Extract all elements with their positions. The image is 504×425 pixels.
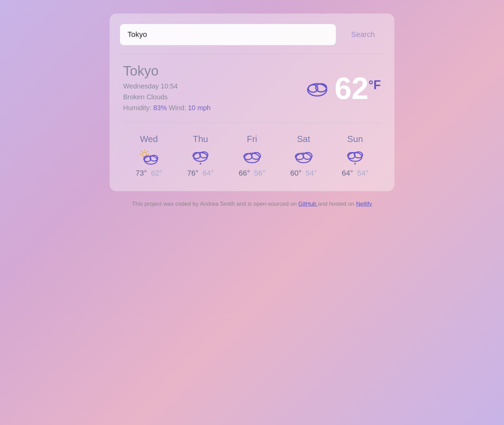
city-name: Tokyo (123, 63, 211, 79)
netlify-link[interactable]: Netlify (356, 201, 372, 207)
humidity-label: Humidity: (123, 104, 151, 112)
sun-high: 64° (342, 169, 353, 177)
forecast-day-sat: Sat 60° 54° (282, 134, 326, 178)
forecast-day-fri: Fri 66° 56° (230, 134, 274, 178)
thu-temps: 76° 64° (187, 169, 214, 178)
search-button[interactable]: Search (342, 24, 384, 45)
cloud-rain-icon-sun (345, 147, 365, 166)
cloud-rain-icon-thu (190, 147, 211, 166)
footer-text-before: This project was coded by Andrea Smith a… (132, 201, 298, 207)
current-temp: 62 °F (335, 73, 381, 104)
forecast-day-wed: Wed (127, 134, 171, 178)
wed-temps: 73° 62° (136, 169, 162, 178)
temp-value: 62 (335, 73, 369, 104)
divider-bottom (123, 123, 381, 123)
sun-icon (345, 149, 365, 164)
wind-value-text: 10 mph (188, 104, 211, 112)
thu-icon (190, 149, 211, 164)
current-weather-icon (304, 77, 331, 100)
app-container: Tokyo Search Tokyo Wednesday 10:54 Broke… (110, 14, 394, 207)
temp-unit: °F (369, 78, 381, 92)
weather-card: Tokyo Search Tokyo Wednesday 10:54 Broke… (110, 14, 394, 191)
footer: This project was coded by Andrea Smith a… (110, 201, 394, 207)
wind-label-text: Wind: (169, 104, 186, 112)
wed-low: 62° (151, 169, 162, 177)
sun-temps: 64° 54° (342, 169, 369, 178)
day-fri-label: Fri (247, 134, 257, 144)
forecast-day-sun: Sun 64° 54° (333, 134, 377, 178)
search-input[interactable]: Tokyo (120, 24, 336, 45)
cloud-icon-fri (242, 149, 262, 164)
day-sun-label: Sun (347, 134, 363, 144)
wed-high: 73° (136, 169, 147, 177)
wed-icon (139, 149, 159, 164)
fri-high: 66° (239, 169, 250, 177)
svg-line-10 (147, 151, 148, 152)
humidity-wind: Humidity: 83% Wind: 10 mph (123, 102, 211, 113)
day-wed-label: Wed (140, 134, 158, 144)
sat-icon (293, 149, 314, 164)
footer-text-middle: and hosted on (318, 201, 356, 207)
day-sat-label: Sat (297, 134, 310, 144)
fri-icon (242, 149, 262, 164)
divider-top (120, 54, 384, 54)
temp-display: 62 °F (304, 73, 381, 104)
condition: Broken Clouds (123, 92, 211, 102)
search-row: Tokyo Search (120, 24, 384, 45)
thu-high: 76° (187, 169, 198, 177)
forecast-row: Wed (120, 134, 384, 178)
sun-low: 54° (357, 169, 368, 177)
sat-low: 54° (306, 169, 317, 177)
cloud-icon-sat (293, 149, 314, 164)
humidity-value: 83% (153, 104, 167, 112)
current-weather-section: Tokyo Wednesday 10:54 Broken Clouds Humi… (120, 63, 384, 113)
day-time: Wednesday 10:54 (123, 81, 211, 92)
svg-marker-27 (354, 162, 356, 164)
sat-high: 60° (290, 169, 302, 177)
sat-temps: 60° 54° (290, 169, 317, 178)
thu-low: 64° (202, 169, 214, 177)
fri-low: 56° (254, 169, 265, 177)
fri-temps: 66° 56° (239, 169, 266, 178)
partly-cloudy-icon (139, 147, 159, 166)
current-weather-info: Tokyo Wednesday 10:54 Broken Clouds Humi… (123, 63, 211, 113)
svg-marker-17 (199, 162, 201, 164)
forecast-day-thu: Thu 76° 64° (178, 134, 222, 178)
day-thu-label: Thu (193, 134, 208, 144)
svg-line-8 (141, 151, 142, 152)
github-link[interactable]: GitHub (298, 201, 318, 207)
cloud-icon-main (304, 77, 331, 99)
